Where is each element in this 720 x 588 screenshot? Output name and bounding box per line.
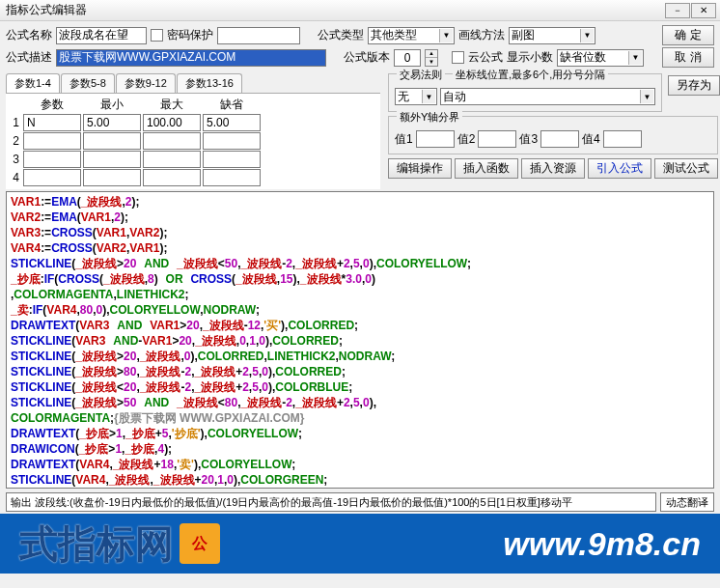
- param-def-input[interactable]: 5.00: [203, 114, 261, 131]
- hdr-max: 最大: [143, 96, 201, 113]
- chevron-down-icon: ▼: [422, 90, 435, 103]
- desc-input[interactable]: 股票下载网WWW.GPXIAZAI.COM: [56, 49, 326, 67]
- type-select[interactable]: 其他类型▼: [368, 27, 455, 44]
- chevron-down-icon: ▼: [580, 29, 594, 42]
- ver-down[interactable]: ▼: [426, 58, 437, 66]
- chevron-down-icon: ▼: [640, 90, 653, 103]
- auto-translate[interactable]: 动态翻译: [660, 492, 714, 512]
- minimize-button[interactable]: －: [665, 3, 690, 18]
- pwd-checkbox[interactable]: [151, 29, 163, 42]
- param-row: 4: [8, 169, 378, 186]
- test-formula-button[interactable]: 测试公式: [654, 158, 718, 179]
- formula-editor[interactable]: VAR1:=EMA(_波段线,2); VAR2:=EMA(VAR1,2); VA…: [6, 191, 714, 489]
- digits-select[interactable]: 缺省位数▼: [557, 49, 644, 67]
- hdr-def: 缺省: [203, 96, 261, 113]
- chevron-down-icon: ▼: [439, 29, 453, 42]
- y-v3-input[interactable]: [540, 130, 579, 148]
- name-input[interactable]: [56, 27, 147, 44]
- ver-label: 公式版本: [344, 49, 390, 66]
- desc-label: 公式描述: [6, 49, 52, 66]
- insert-res-button[interactable]: 插入资源: [521, 158, 585, 179]
- param-name-input[interactable]: N: [23, 114, 81, 131]
- y-v2-input[interactable]: [478, 130, 516, 148]
- param-row: 2: [8, 132, 378, 150]
- param-tabs: 参数1-4 参数5-8 参数9-12 参数13-16: [0, 70, 386, 93]
- y-v1-input[interactable]: [416, 130, 455, 148]
- y-v4-input[interactable]: [603, 130, 642, 148]
- name-label: 公式名称: [6, 27, 52, 43]
- close-button[interactable]: ✕: [691, 3, 716, 18]
- hdr-min: 最小: [83, 96, 141, 113]
- tab-params-9-12[interactable]: 参数9-12: [116, 73, 176, 93]
- param-min-input[interactable]: 5.00: [83, 114, 141, 131]
- param-max-input[interactable]: 100.00: [143, 114, 201, 131]
- param-row: 1 N 5.00 100.00 5.00: [8, 114, 378, 131]
- edit-op-button[interactable]: 编辑操作: [388, 158, 452, 179]
- cloud-checkbox[interactable]: [452, 51, 464, 64]
- type-label: 公式类型: [318, 27, 364, 43]
- digits-label: 显示小数: [507, 49, 553, 66]
- param-row: 3: [8, 151, 378, 168]
- import-formula-button[interactable]: 引入公式: [588, 158, 651, 179]
- insert-fn-button[interactable]: 插入函数: [455, 158, 518, 179]
- ver-up[interactable]: ▲: [426, 50, 437, 59]
- ok-button[interactable]: 确 定: [662, 25, 714, 45]
- ver-input[interactable]: [394, 49, 421, 67]
- saveas-button[interactable]: 另存为: [668, 75, 720, 96]
- watermark-banner: 式指标网 公 www.9m8.cn: [0, 514, 720, 574]
- hdr-param: 参数: [23, 96, 81, 113]
- chevron-down-icon: ▼: [628, 51, 642, 65]
- window-title: 指标公式编辑器: [4, 2, 664, 18]
- pwd-input[interactable]: [217, 27, 300, 44]
- yaxis-title: 额外Y轴分界: [397, 110, 462, 125]
- draw-label: 画线方法: [458, 27, 505, 43]
- cloud-label: 云公式: [468, 49, 503, 66]
- trade-sel2[interactable]: 自动▼: [440, 88, 655, 105]
- status-output: 输出 波段线:(收盘价-19日内最低价的最低值)/(19日内最高价的最高值-19…: [6, 492, 656, 512]
- cancel-button[interactable]: 取 消: [662, 47, 714, 68]
- coord-hint: 坐标线位置,最多6个,用分号分隔: [453, 68, 608, 82]
- draw-select[interactable]: 副图▼: [509, 27, 595, 44]
- banner-left-text: 式指标网: [19, 518, 174, 571]
- pwd-label: 密码保护: [167, 27, 213, 43]
- banner-url: www.9m8.cn: [503, 525, 701, 563]
- tab-params-13-16[interactable]: 参数13-16: [177, 73, 242, 93]
- tab-params-5-8[interactable]: 参数5-8: [61, 73, 115, 93]
- banner-logo-icon: 公: [180, 523, 220, 564]
- tab-params-1-4[interactable]: 参数1-4: [6, 73, 60, 93]
- trade-sel1[interactable]: 无▼: [395, 88, 437, 105]
- trade-title: 交易法则: [397, 68, 445, 82]
- param-grid: 参数 最小 最大 缺省 1 N 5.00 100.00 5.00 2 3 4: [6, 93, 380, 189]
